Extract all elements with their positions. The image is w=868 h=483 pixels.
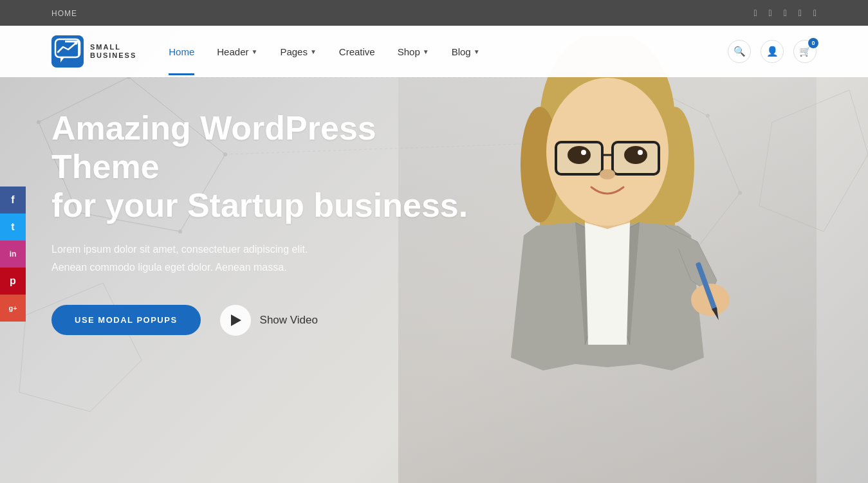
logo-arrow-icon [51,35,84,68]
svg-point-6 [37,120,41,124]
pages-chevron-icon: ▼ [310,48,317,55]
svg-point-34 [600,169,615,179]
shop-chevron-icon: ▼ [423,48,429,55]
search-button[interactable]: 🔍 [728,40,751,63]
hero-title: Amazing WordPress Theme for your Startup… [51,109,489,224]
top-social-facebook[interactable]:  [753,8,757,18]
video-button[interactable]: Show Video [220,305,318,336]
social-sidebar: f t in p g+ [0,187,26,322]
nav-item-pages[interactable]: Pages ▼ [280,46,316,57]
nav-actions: 🔍 👤 🛒 0 [728,40,817,63]
cart-button[interactable]: 🛒 0 [793,40,817,63]
logo-text: SMALL BUSINESS [90,43,136,60]
hero-content: Amazing WordPress Theme for your Startup… [51,109,489,336]
hero-buttons: USE MODAL POPUPS Show Video [51,305,489,336]
nav-item-header[interactable]: Header ▼ [217,46,257,57]
hero-subtitle: Lorem ipsum dolor sit amet, consectetuer… [51,241,399,275]
svg-point-31 [624,146,647,164]
svg-point-32 [581,150,586,155]
cart-badge: 0 [808,38,818,48]
blog-chevron-icon: ▼ [474,48,480,55]
social-googleplus-button[interactable]: g+ [0,295,26,322]
logo-icon: SB [51,35,84,68]
header-chevron-icon: ▼ [251,48,257,55]
top-bar: HOME      [0,0,868,26]
nav-item-home[interactable]: Home [169,46,194,57]
top-social-pinterest[interactable]:  [799,8,802,18]
social-facebook-button[interactable]: f [0,187,26,214]
hero-section: SB SMALL BUSINESS Home Head [0,26,868,483]
top-social-twitter[interactable]:  [769,8,772,18]
svg-point-33 [638,150,643,155]
cta-button[interactable]: USE MODAL POPUPS [51,305,201,335]
nav-item-blog[interactable]: Blog ▼ [452,46,480,57]
play-icon [220,305,251,336]
logo-small-text: SMALL [90,43,136,51]
svg-point-41 [75,42,78,45]
social-twitter-button[interactable]: t [0,214,26,241]
top-social-googleplus[interactable]:  [813,8,817,18]
top-bar-social:      [753,8,817,18]
top-social-instagram[interactable]:  [784,8,787,18]
top-bar-home: HOME [51,7,77,19]
social-instagram-button[interactable]: in [0,241,26,268]
nav-item-shop[interactable]: Shop ▼ [398,46,429,57]
nav-item-creative[interactable]: Creative [339,46,375,57]
social-pinterest-button[interactable]: p [0,268,26,295]
logo-business-text: BUSINESS [90,51,136,60]
navbar: SB SMALL BUSINESS Home Head [0,26,868,77]
svg-point-30 [568,146,591,164]
video-button-label: Show Video [260,314,318,327]
nav-links: Home Header ▼ Pages ▼ Creative Shop ▼ Bl… [169,46,728,57]
person-svg [447,36,768,473]
account-button[interactable]: 👤 [761,40,784,63]
play-triangle-icon [231,314,241,326]
logo[interactable]: SB SMALL BUSINESS [51,35,136,68]
